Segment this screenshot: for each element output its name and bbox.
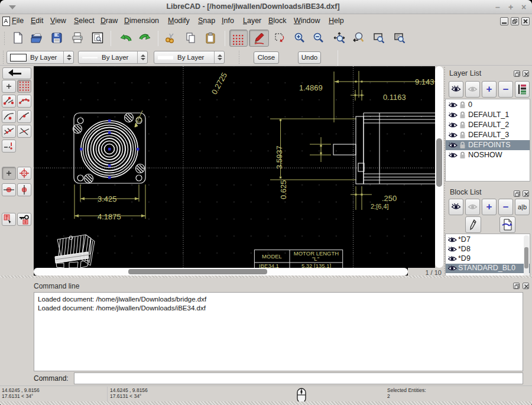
svg-text:"L": "L" (312, 255, 319, 262)
svg-text:2;[6,4]: 2;[6,4] (371, 203, 389, 210)
svg-text:0.625: 0.625 (279, 180, 288, 199)
svg-text:4.1875: 4.1875 (98, 212, 121, 221)
svg-text:.250: .250 (382, 194, 397, 203)
svg-text:MODEL: MODEL (262, 253, 282, 260)
svg-text:3.425: 3.425 (98, 195, 117, 203)
svg-text:3.5937: 3.5937 (275, 145, 284, 169)
svg-text:1.4869: 1.4869 (299, 83, 323, 92)
svg-text:9.143: 9.143 (415, 77, 434, 86)
svg-text:5.32 [135.1]: 5.32 [135.1] (301, 263, 331, 268)
svg-text:IBE34.1: IBE34.1 (259, 263, 279, 268)
svg-text:0.1163: 0.1163 (383, 93, 406, 102)
